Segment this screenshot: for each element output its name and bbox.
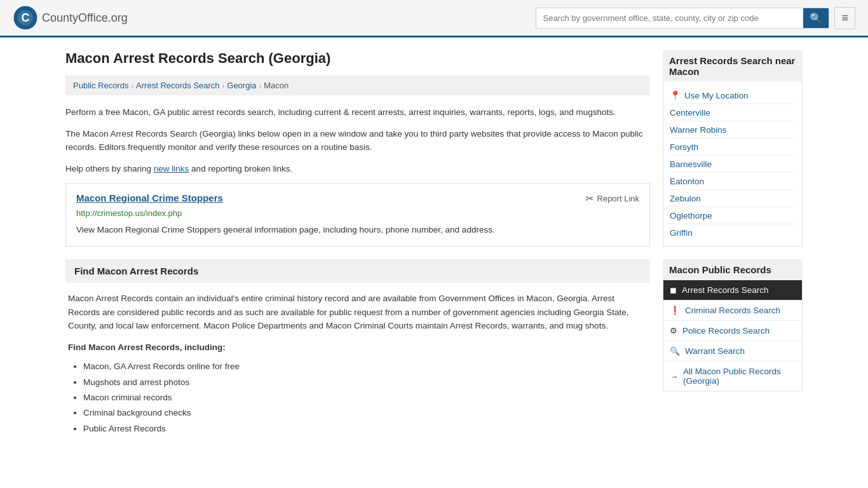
nearby-city-item: Oglethorpe bbox=[670, 207, 796, 224]
pr-link-all[interactable]: All Macon Public Records (Georgia) bbox=[683, 367, 796, 386]
warrant-icon: 🔍 bbox=[670, 346, 680, 356]
pr-item-arrest[interactable]: ◼ Arrest Records Search bbox=[663, 280, 802, 301]
sidebar: Arrest Records Search near Macon 📍 Use M… bbox=[663, 50, 803, 437]
nearby-city-link[interactable]: Warner Robins bbox=[670, 125, 727, 135]
nearby-city-link[interactable]: Zebulon bbox=[670, 194, 701, 203]
sidebar-nearby-section: Arrest Records Search near Macon 📍 Use M… bbox=[663, 50, 803, 247]
header-right: 🔍 ≡ bbox=[536, 7, 855, 29]
nearby-city-item: Centerville bbox=[670, 104, 796, 121]
breadcrumb-georgia[interactable]: Georgia bbox=[227, 81, 256, 90]
find-list: Macon, GA Arrest Records online for free… bbox=[68, 359, 648, 436]
police-icon: ⚙ bbox=[670, 326, 677, 336]
hamburger-icon: ≡ bbox=[841, 11, 848, 24]
pr-item-all[interactable]: → All Macon Public Records (Georgia) bbox=[663, 362, 802, 391]
list-item: Macon criminal records bbox=[83, 390, 648, 405]
new-links-link[interactable]: new links bbox=[154, 164, 189, 173]
nearby-city-link[interactable]: Eatonton bbox=[670, 177, 704, 186]
nearby-city-item: Forsyth bbox=[670, 139, 796, 156]
list-item: Public Arrest Records bbox=[83, 421, 648, 437]
intro-text: Perform a free Macon, GA public arrest r… bbox=[65, 105, 650, 175]
search-icon: 🔍 bbox=[810, 13, 822, 24]
find-section-body: Macon Arrest Records contain an individu… bbox=[65, 292, 650, 437]
nearby-city-item: Zebulon bbox=[670, 190, 796, 207]
report-link[interactable]: ✂ Report Link bbox=[585, 193, 639, 205]
listing-header: Macon Regional Crime Stoppers ✂ Report L… bbox=[76, 193, 639, 205]
list-item: Macon, GA Arrest Records online for free bbox=[83, 359, 648, 374]
pr-item-warrant[interactable]: 🔍 Warrant Search bbox=[663, 341, 802, 362]
listing-url: http://crimestop.us/index.php bbox=[76, 208, 639, 218]
sidebar-nearby-list: 📍 Use My Location Centerville Warner Rob… bbox=[663, 82, 803, 247]
sidebar-pr-title: Macon Public Records bbox=[663, 259, 803, 280]
listing-title-link[interactable]: Macon Regional Crime Stoppers bbox=[76, 193, 223, 203]
nearby-city-item: Barnesville bbox=[670, 156, 796, 173]
arrest-icon: ◼ bbox=[670, 285, 677, 295]
pr-link-police[interactable]: Police Records Search bbox=[682, 326, 770, 336]
logo-text: CountyOffice.org bbox=[42, 11, 128, 25]
breadcrumb-public-records[interactable]: Public Records bbox=[73, 81, 128, 90]
find-sub-title: Find Macon Arrest Records, including: bbox=[68, 341, 648, 355]
nearby-city-link[interactable]: Griffin bbox=[670, 228, 693, 238]
find-body-text: Macon Arrest Records contain an individu… bbox=[68, 292, 648, 333]
main-container: Macon Arrest Records Search (Georgia) Pu… bbox=[53, 37, 815, 449]
logo-icon: C bbox=[13, 5, 38, 30]
pr-link-warrant[interactable]: Warrant Search bbox=[685, 346, 745, 356]
nearby-city-link[interactable]: Centerville bbox=[670, 108, 710, 118]
criminal-icon: ❗ bbox=[670, 306, 680, 315]
intro-p2: The Macon Arrest Records Search (Georgia… bbox=[65, 127, 650, 154]
search-input[interactable] bbox=[536, 10, 803, 27]
page-title: Macon Arrest Records Search (Georgia) bbox=[65, 50, 650, 67]
nearby-city-link[interactable]: Barnesville bbox=[670, 159, 712, 169]
find-section-header: Find Macon Arrest Records bbox=[65, 259, 650, 283]
breadcrumb-arrest-records[interactable]: Arrest Records Search bbox=[136, 81, 220, 90]
list-item: Criminal background checks bbox=[83, 405, 648, 421]
sidebar-nearby-title: Arrest Records Search near Macon bbox=[663, 50, 803, 82]
pr-item-police[interactable]: ⚙ Police Records Search bbox=[663, 321, 802, 341]
nearby-city-item: Warner Robins bbox=[670, 121, 796, 139]
listing-card: Macon Regional Crime Stoppers ✂ Report L… bbox=[65, 183, 650, 247]
nearby-city-item: Eatonton bbox=[670, 173, 796, 190]
search-bar: 🔍 bbox=[536, 8, 829, 29]
search-button[interactable]: 🔍 bbox=[803, 8, 829, 28]
all-icon: → bbox=[670, 372, 678, 381]
nearby-city-link[interactable]: Oglethorpe bbox=[670, 211, 712, 220]
list-item: Mugshots and arrest photos bbox=[83, 375, 648, 390]
report-link-label: Report Link bbox=[597, 194, 639, 203]
header: C CountyOffice.org 🔍 ≡ bbox=[0, 0, 868, 37]
scissors-icon: ✂ bbox=[585, 193, 593, 205]
breadcrumb: Public Records › Arrest Records Search ›… bbox=[65, 76, 650, 95]
intro-p3: Help others by sharing new links and rep… bbox=[65, 162, 650, 176]
nearby-city-item: Griffin bbox=[670, 224, 796, 241]
pr-link-criminal[interactable]: Criminal Records Search bbox=[685, 306, 780, 315]
pr-item-criminal[interactable]: ❗ Criminal Records Search bbox=[663, 301, 802, 321]
intro-p1: Perform a free Macon, GA public arrest r… bbox=[65, 105, 650, 119]
use-location-link[interactable]: Use My Location bbox=[684, 91, 749, 100]
sidebar-pr-list: ◼ Arrest Records Search ❗ Criminal Recor… bbox=[663, 280, 803, 391]
location-icon: 📍 bbox=[670, 90, 681, 100]
use-location-item[interactable]: 📍 Use My Location bbox=[670, 87, 796, 104]
content-area: Macon Arrest Records Search (Georgia) Pu… bbox=[65, 50, 650, 437]
sidebar-public-records-section: Macon Public Records ◼ Arrest Records Se… bbox=[663, 259, 803, 391]
nearby-city-link[interactable]: Forsyth bbox=[670, 142, 698, 152]
find-section-title: Find Macon Arrest Records bbox=[74, 266, 641, 276]
pr-link-arrest[interactable]: Arrest Records Search bbox=[682, 285, 769, 295]
logo-area: C CountyOffice.org bbox=[13, 5, 128, 30]
svg-text:C: C bbox=[22, 11, 30, 24]
menu-button[interactable]: ≡ bbox=[834, 7, 855, 29]
breadcrumb-macon: Macon bbox=[264, 81, 288, 90]
listing-description: View Macon Regional Crime Stoppers gener… bbox=[76, 223, 639, 237]
